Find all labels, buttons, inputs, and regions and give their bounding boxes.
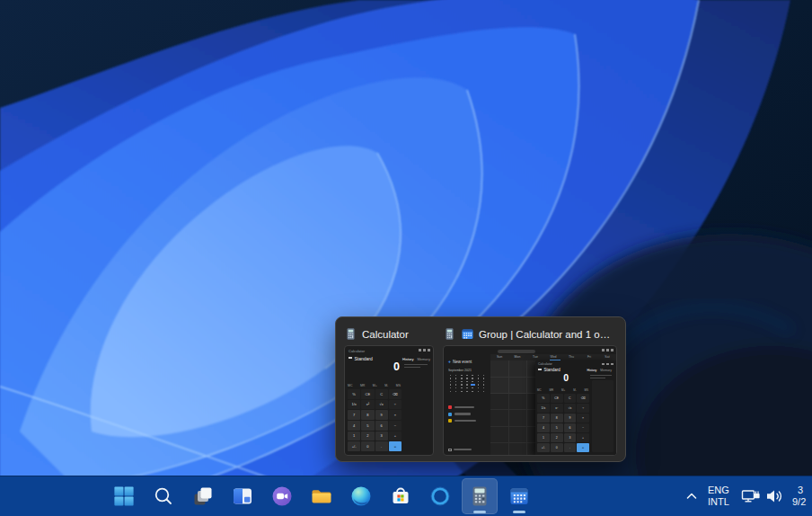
open-indicator: [513, 511, 525, 513]
calendar-name-bar: [455, 420, 476, 422]
key-.: .: [564, 443, 577, 452]
day-header-mon: Mon: [508, 354, 526, 360]
mini-month-day: [454, 390, 458, 393]
memory-key-MC: MC: [348, 384, 352, 387]
taskbar-preview-flyout: Calculator Calculator Standard History M…: [335, 316, 626, 462]
clock[interactable]: 3 9/2: [792, 476, 812, 516]
add-calendar-icon: [448, 449, 452, 452]
key-2: 2: [361, 431, 374, 441]
key-÷: ÷: [577, 404, 589, 413]
key-√x: √x: [375, 400, 388, 410]
window-title: Calculator: [538, 362, 552, 366]
network-button[interactable]: [740, 476, 762, 516]
mini-month-day: [476, 380, 481, 383]
taskbar-button-microsoft-store[interactable]: [383, 478, 419, 514]
window-controls: [602, 363, 613, 366]
key-C: C: [375, 389, 388, 399]
language-indicator[interactable]: ENG INTL: [708, 476, 740, 516]
new-event-button: + New event: [448, 359, 472, 364]
key-8: 8: [361, 410, 374, 420]
history-tab: History: [402, 357, 413, 361]
memory-key-MS: MS: [584, 388, 588, 392]
calc-display: 0: [535, 372, 569, 383]
language-line1: ENG: [708, 485, 740, 496]
mini-month-day: [481, 380, 486, 383]
taskbar-button-chat[interactable]: [264, 478, 300, 514]
mini-month-day: [476, 378, 481, 380]
key-×: ×: [577, 414, 589, 423]
microsoft-edge-icon: [349, 485, 373, 508]
key-6: 6: [564, 423, 577, 432]
key-CE: CE: [551, 394, 563, 403]
key-7: 7: [348, 410, 360, 420]
mini-month-day: [476, 384, 481, 387]
key-+/-: +/-: [537, 443, 550, 452]
day-header-fri: Fri: [580, 354, 598, 360]
mini-month-day: [448, 384, 453, 387]
volume-button[interactable]: [763, 476, 785, 516]
preview-title: Calculator: [362, 329, 409, 340]
key-−: −: [577, 423, 589, 432]
open-indicator: [473, 511, 486, 513]
history-tab: History: [587, 369, 596, 372]
memory-key-MR: MR: [360, 384, 365, 387]
key-+: +: [389, 431, 402, 441]
taskbar-button-calculator[interactable]: [462, 478, 498, 514]
key-7: 7: [537, 414, 550, 423]
memory-key-M-: M-: [573, 388, 577, 392]
start-icon: [112, 485, 136, 508]
mini-month-selected-day: [471, 384, 475, 387]
taskbar-button-start[interactable]: [106, 478, 142, 514]
preview-card-group[interactable]: Group | Calculator and 1 o… September 20…: [443, 323, 617, 456]
taskbar-button-cortana[interactable]: [422, 478, 458, 514]
mini-month-day: [464, 387, 469, 389]
history-empty-hint: [404, 364, 428, 368]
calendar-list-item: [448, 419, 476, 423]
add-calendars-row: [448, 449, 472, 452]
memory-key-M+: M+: [561, 388, 565, 392]
mini-month-day: [454, 380, 458, 383]
calendar-color-swatch: [448, 419, 452, 423]
show-hidden-icons-button[interactable]: [681, 476, 702, 516]
preview-card-calculator[interactable]: Calculator Calculator Standard History M…: [344, 323, 434, 456]
add-calendars-bar: [454, 449, 472, 450]
mini-month-day: [459, 390, 463, 393]
mini-month-day: [459, 380, 463, 383]
calc-keypad: %CEC⌫1/xx²√x÷789×456−123++/-0.=: [537, 394, 589, 452]
key-8: 8: [551, 414, 563, 423]
key-x²: x²: [361, 400, 374, 410]
calculator-thumbnail[interactable]: Calculator Standard History Memory 0 MCM…: [344, 345, 434, 456]
key-9: 9: [564, 414, 577, 423]
window-title: Calculator: [349, 349, 365, 353]
taskbar-button-calendar[interactable]: [501, 478, 537, 514]
key-5: 5: [551, 423, 563, 432]
key-C: C: [564, 394, 577, 403]
mini-month-day: [464, 390, 469, 393]
calculator-icon: [344, 327, 357, 341]
key-1: 1: [537, 433, 550, 442]
mini-month-day: [471, 374, 475, 377]
key-=: =: [389, 441, 402, 451]
mini-month-day: [454, 374, 458, 377]
key-9: 9: [375, 410, 388, 420]
mini-month-day: [481, 390, 486, 393]
taskbar-button-widgets[interactable]: [225, 478, 260, 514]
day-header-sun: Sun: [490, 354, 508, 360]
history-empty-hint: [590, 375, 612, 378]
key-1: 1: [348, 431, 360, 441]
cortana-icon: [428, 485, 452, 508]
key-+: +: [577, 433, 589, 442]
taskbar-button-microsoft-edge[interactable]: [343, 478, 379, 514]
date-text: 9/2: [792, 496, 812, 508]
key-+/-: +/-: [348, 441, 360, 451]
key-3: 3: [375, 431, 388, 441]
speaker-icon: [763, 485, 785, 507]
taskbar-button-file-explorer[interactable]: [304, 478, 340, 514]
key-4: 4: [537, 423, 550, 432]
key-4: 4: [348, 421, 360, 431]
key-%: %: [348, 389, 360, 399]
calendar-color-swatch: [448, 413, 452, 416]
taskbar-button-search[interactable]: [146, 478, 181, 514]
group-thumbnail[interactable]: September 2021 SunMonTueWedThuFriSat + N…: [443, 345, 617, 456]
taskbar-button-task-view[interactable]: [185, 478, 221, 514]
